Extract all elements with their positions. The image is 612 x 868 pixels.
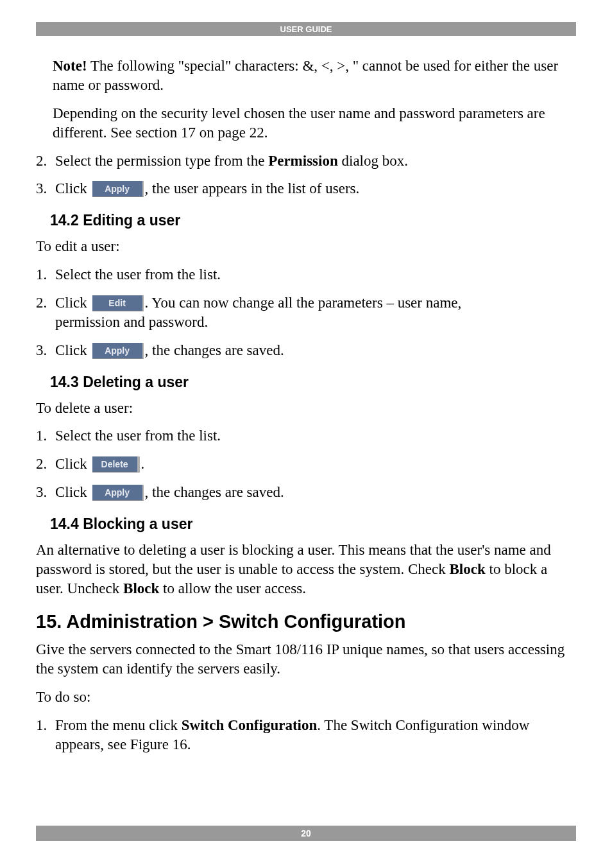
heading-14-4: 14.4 Blocking a user xyxy=(36,515,576,534)
edit-button-image: Edit xyxy=(92,295,144,311)
step-number: 1. xyxy=(36,265,55,284)
block-word-2: Block xyxy=(123,580,159,596)
header-bar: USER GUIDE xyxy=(36,22,576,36)
apply-button-image: Apply xyxy=(92,485,144,501)
s15-step1-pre: From the menu click xyxy=(55,717,182,733)
content-area: Note! The following "special" characters… xyxy=(36,36,576,754)
step-text-pre: Click xyxy=(55,179,91,198)
page: USER GUIDE Note! The following "special"… xyxy=(0,0,612,868)
s142-step-2: 2. Click Edit . You can now change all t… xyxy=(36,293,576,332)
note-block: Note! The following "special" characters… xyxy=(36,56,576,143)
footer-bar: 20 xyxy=(36,826,576,841)
note-text: The following "special" characters: &, <… xyxy=(53,58,558,93)
step-number: 2. xyxy=(36,152,55,171)
step-text-post: . xyxy=(141,455,145,474)
steps-14-3: 1. Select the user from the list. 2. Cli… xyxy=(36,426,576,502)
step-text-post: , the user appears in the list of users. xyxy=(145,179,360,198)
step-number: 1. xyxy=(36,426,55,446)
step-text-post: dialog box. xyxy=(338,153,408,169)
switch-config-word: Switch Configuration xyxy=(182,717,318,733)
permission-word: Permission xyxy=(268,153,338,169)
step-text-pre: Click xyxy=(55,483,91,502)
note-paragraph: Note! The following "special" characters… xyxy=(53,56,576,95)
step-number: 3. xyxy=(36,483,55,502)
apply-button-image: Apply xyxy=(92,343,144,359)
todo-15: To do so: xyxy=(36,688,576,707)
intro-15: Give the servers connected to the Smart … xyxy=(36,640,576,679)
s143-step-3: 3. Click Apply , the changes are saved. xyxy=(36,483,576,502)
step-body: Select the permission type from the Perm… xyxy=(55,152,576,171)
step-text-pre: Click xyxy=(55,455,91,474)
top-step-2: 2. Select the permission type from the P… xyxy=(36,152,576,171)
step-body: Click Delete . xyxy=(55,455,576,474)
heading-14-3: 14.3 Deleting a user xyxy=(36,373,576,392)
depending-paragraph: Depending on the security level chosen t… xyxy=(53,104,576,143)
page-number: 20 xyxy=(301,828,311,838)
step-body: Select the user from the list. xyxy=(55,265,576,284)
step-number: 2. xyxy=(36,455,55,474)
step-number: 3. xyxy=(36,341,55,360)
s142-step-1: 1. Select the user from the list. xyxy=(36,265,576,284)
step-body: Click Apply , the user appears in the li… xyxy=(55,179,576,198)
step-text-pre: Click xyxy=(55,341,91,360)
s144-text-c: to allow the user access. xyxy=(159,580,306,596)
step-text-post: , the changes are saved. xyxy=(145,483,284,502)
steps-15: 1. From the menu click Switch Configurat… xyxy=(36,716,576,754)
step-body: Select the user from the list. xyxy=(55,426,576,446)
heading-14-2: 14.2 Editing a user xyxy=(36,211,576,230)
steps-14-2: 1. Select the user from the list. 2. Cli… xyxy=(36,265,576,360)
intro-14-2: To edit a user: xyxy=(36,237,576,256)
step-text-post: , the changes are saved. xyxy=(145,341,284,360)
step-text-post2: permission and password. xyxy=(55,314,208,330)
s15-step-1: 1. From the menu click Switch Configurat… xyxy=(36,716,576,754)
step-number: 2. xyxy=(36,293,55,313)
step-body: Click Edit . You can now change all the … xyxy=(55,293,576,332)
step-text-post1: . You can now change all the parameters … xyxy=(145,293,462,313)
step-body: Click Apply , the changes are saved. xyxy=(55,341,576,360)
header-title: USER GUIDE xyxy=(280,24,332,34)
block-word-1: Block xyxy=(450,561,486,577)
delete-button-image: Delete xyxy=(92,456,140,473)
step-body: From the menu click Switch Configuration… xyxy=(55,716,576,754)
note-label: Note! xyxy=(53,58,87,74)
top-step-3: 3. Click Apply , the user appears in the… xyxy=(36,179,576,198)
s15-step1-post2: appears, see Figure 16. xyxy=(55,736,191,752)
para-14-4: An alternative to deleting a user is blo… xyxy=(36,541,576,598)
apply-button-image: Apply xyxy=(92,181,144,197)
step-body: Click Apply , the changes are saved. xyxy=(55,483,576,502)
intro-14-3: To delete a user: xyxy=(36,399,576,418)
step-number: 3. xyxy=(36,179,55,198)
s142-step-3: 3. Click Apply , the changes are saved. xyxy=(36,341,576,360)
top-steps: 2. Select the permission type from the P… xyxy=(36,152,576,199)
step-text-pre: Select the permission type from the xyxy=(55,153,268,169)
step-text-pre: Click xyxy=(55,293,91,313)
step-number: 1. xyxy=(36,716,55,735)
s15-step1-post1: . The Switch Configuration window xyxy=(317,717,529,733)
s143-step-1: 1. Select the user from the list. xyxy=(36,426,576,446)
s143-step-2: 2. Click Delete . xyxy=(36,455,576,474)
heading-15: 15. Administration > Switch Configuratio… xyxy=(36,610,576,634)
